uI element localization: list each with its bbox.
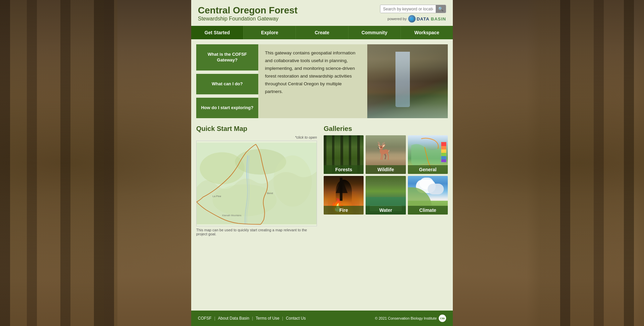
gallery-water[interactable]: Water (366, 176, 406, 215)
svg-text:La Pine: La Pine (213, 195, 221, 198)
forests-label: Forests (324, 165, 364, 174)
footer: COFSF | About Data Basin | Terms of Use … (191, 311, 453, 326)
gallery-climate[interactable]: Climate (408, 176, 448, 215)
gallery-grid: Forests 🦌 Wildlife (324, 135, 448, 215)
quickstart-section: Quick Start Map *click to open (196, 125, 317, 236)
gallery-wildlife[interactable]: 🦌 Wildlife (366, 135, 406, 174)
wildlife-label: Wildlife (366, 165, 406, 174)
nav-create[interactable]: Create (296, 26, 348, 39)
info-text: This gateway contains geospatial informa… (265, 49, 361, 96)
site-subtitle: Stewardship Foundation Gateway (198, 16, 298, 22)
galleries-title: Galleries (324, 125, 448, 133)
site-title: Central Oregon Forest (198, 5, 298, 16)
bg-trees-left (0, 0, 117, 326)
info-text-box: This gateway contains geospatial informa… (258, 44, 367, 118)
powered-by: powered by 🌐 DATA BASIN (387, 15, 446, 22)
header-right: 🔍 powered by 🌐 DATA BASIN (380, 5, 446, 22)
nav-get-started[interactable]: Get Started (191, 26, 244, 39)
map-svg: La Pine Bend Klamath Mountains (197, 141, 317, 226)
map-caption: This map can be used to quickly start cr… (196, 228, 317, 236)
content-area: What is the COFSF Gateway? What can I do… (191, 39, 453, 311)
info-buttons: What is the COFSF Gateway? What can I do… (196, 44, 258, 118)
nav-workspace[interactable]: Workspace (401, 26, 453, 39)
header: Central Oregon Forest Stewardship Founda… (191, 0, 453, 26)
data-basin-logo: 🌐 DATA BASIN (408, 15, 446, 22)
search-input[interactable] (380, 5, 436, 13)
info-image (367, 44, 448, 118)
svg-text:Klamath Mountains: Klamath Mountains (222, 214, 241, 217)
cofsf-gateway-button[interactable]: What is the COFSF Gateway? (196, 44, 258, 71)
gallery-fire[interactable]: 🔥 Fire (324, 176, 364, 215)
svg-rect-15 (441, 159, 446, 162)
svg-rect-11 (441, 146, 446, 149)
gallery-forests[interactable]: Forests (324, 135, 364, 174)
svg-text:Bend: Bend (267, 191, 273, 194)
click-hint: *click to open (196, 135, 317, 139)
main-nav: Get Started Explore Create Community Wor… (191, 26, 453, 39)
nav-explore[interactable]: Explore (244, 26, 296, 39)
cbi-logo: CBI (439, 315, 446, 322)
quickstart-title: Quick Start Map (196, 125, 317, 133)
data-basin-text: DATA BASIN (417, 16, 446, 21)
footer-links: COFSF | About Data Basin | Terms of Use … (198, 316, 306, 321)
start-exploring-button[interactable]: How do I start exploring? (196, 98, 258, 118)
svg-rect-12 (441, 149, 446, 153)
search-bar[interactable]: 🔍 (380, 5, 446, 13)
svg-rect-14 (441, 156, 446, 159)
footer-terms-of-use[interactable]: Terms of Use (256, 316, 279, 321)
footer-contact-us[interactable]: Contact Us (286, 316, 306, 321)
water-label: Water (366, 206, 406, 215)
gallery-general[interactable]: General (408, 135, 448, 174)
waterfall-image (367, 44, 448, 118)
header-title: Central Oregon Forest Stewardship Founda… (198, 5, 298, 22)
footer-cofsf[interactable]: COFSF (198, 316, 212, 321)
footer-about-data-basin[interactable]: About Data Basin (218, 316, 249, 321)
quickstart-map[interactable]: La Pine Bend Klamath Mountains (196, 141, 317, 226)
bottom-sections: Quick Start Map *click to open (196, 125, 448, 236)
galleries-section: Galleries Forests (324, 125, 448, 236)
svg-rect-10 (441, 142, 446, 146)
search-button[interactable]: 🔍 (436, 5, 446, 13)
footer-copyright: © 2021 Conservation Biology Institute CB… (375, 315, 446, 322)
info-section: What is the COFSF Gateway? What can I do… (196, 44, 448, 118)
svg-rect-13 (441, 153, 446, 156)
climate-label: Climate (408, 206, 448, 215)
bg-trees-right (527, 0, 644, 326)
what-can-i-do-button[interactable]: What can I do? (196, 74, 258, 94)
general-label: General (408, 165, 448, 174)
fire-label: Fire (324, 206, 364, 215)
nav-community[interactable]: Community (348, 26, 401, 39)
main-container: Central Oregon Forest Stewardship Founda… (191, 0, 453, 326)
globe-icon: 🌐 (408, 15, 416, 22)
